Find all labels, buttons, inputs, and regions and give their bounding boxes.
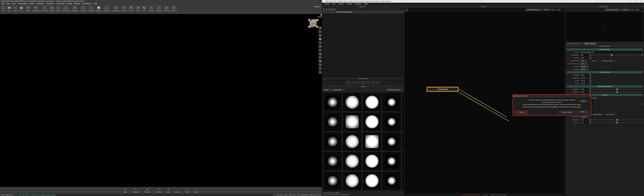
preset-colorspace[interactable]: sRGB (rgbMonitor) <box>386 89 403 91</box>
colorprofile-select[interactable]: linear <box>580 111 588 113</box>
preset-item[interactable] <box>343 152 362 171</box>
section-master[interactable]: Master Settings <box>566 48 643 51</box>
preset-item[interactable] <box>402 132 404 151</box>
handlev-slider[interactable] <box>592 92 643 92</box>
preset-category-1[interactable]: Lights <box>323 89 331 91</box>
browse-icon[interactable]: … <box>641 103 643 105</box>
preset-item[interactable] <box>382 132 401 151</box>
signin-button[interactable]: ▸ Sign In <box>314 6 320 7</box>
tool-texturing[interactable]: ▦Texturing <box>163 6 170 12</box>
close-button[interactable]: ✕ <box>639 0 644 2</box>
menu-create[interactable]: Create <box>337 3 345 5</box>
exposure-icon[interactable]: ☀ <box>552 8 554 11</box>
preset-item[interactable] <box>362 93 381 112</box>
side-tool-2[interactable]: ◎ <box>319 34 322 37</box>
shelf-cameras[interactable]: 📷Cameras <box>156 188 162 193</box>
preset-item[interactable] <box>323 93 342 112</box>
opacity-field[interactable]: 1.000 <box>580 57 588 59</box>
menu-help[interactable]: Help <box>363 3 369 5</box>
canvas-tool-0[interactable]: ↖ <box>405 9 408 12</box>
preset-item[interactable] <box>402 152 404 171</box>
saturation-slider[interactable] <box>592 119 643 120</box>
preset-item[interactable] <box>362 112 381 131</box>
side-tool-5[interactable]: ⊕ <box>319 45 322 48</box>
tool-new[interactable]: ▭New <box>1 6 6 12</box>
side-tool-4[interactable]: + <box>319 41 322 44</box>
tool-region[interactable]: ▦Region <box>50 6 54 12</box>
solo-icon[interactable]: S <box>323 8 325 10</box>
preset-category-2[interactable]: StudioLights <box>332 89 344 91</box>
tool-boundings[interactable]: ▢Boundings <box>80 6 87 12</box>
tool-isolate[interactable]: ◎Isolate <box>56 6 60 12</box>
link-icon[interactable]: 🔗 <box>334 8 336 10</box>
section-ext[interactable]: Transform (Extended) <box>566 85 643 88</box>
tool-ruler[interactable]: 📏Ruler <box>142 6 146 12</box>
side-tool-1[interactable]: ▭ <box>319 30 322 33</box>
vred-viewport[interactable]: ✥▭◎🎨+⊕—▤≡▦⚙❓✕ HOME Front <box>0 14 322 187</box>
minimize-button[interactable]: — <box>629 0 634 2</box>
shelf-curves[interactable]: 〰Curves <box>175 188 180 193</box>
tool-raytracing[interactable]: RTRaytracing <box>32 6 40 12</box>
user-guide-link[interactable]: user guide <box>574 106 580 108</box>
menu-window[interactable]: Window <box>73 2 81 5</box>
tool-save[interactable]: 💾Save <box>19 6 24 12</box>
preset-item[interactable] <box>323 132 342 151</box>
preset-item[interactable] <box>402 112 404 131</box>
preset-item[interactable] <box>402 171 404 190</box>
invert-check[interactable] <box>597 60 598 62</box>
lightlist-item[interactable]: Picture Background <box>322 11 404 13</box>
tool-antialias[interactable]: AAAntialias <box>25 6 31 12</box>
preset-item[interactable] <box>362 132 381 151</box>
lc-btn-7[interactable] <box>376 81 380 84</box>
lc-btn-2[interactable] <box>351 81 355 84</box>
lc-btn-3[interactable] <box>356 81 360 84</box>
render-icon[interactable]: R <box>328 8 330 10</box>
preview-colorspace[interactable]: sRGB (rgbMonitor) <box>604 8 621 11</box>
tool-wireframe[interactable]: ▦Wireframe <box>71 6 78 12</box>
side-tool-12[interactable]: ✕ <box>319 71 322 74</box>
tab-renderview[interactable]: Render View Settings <box>565 42 583 45</box>
menu-interaction[interactable]: Interaction <box>46 2 56 5</box>
side-tool-10[interactable]: ⚙ <box>319 63 322 66</box>
handleu-slider[interactable] <box>592 89 643 90</box>
preset-item[interactable] <box>343 93 362 112</box>
side-tool-9[interactable]: ▦ <box>319 60 322 63</box>
preset-item[interactable] <box>343 132 362 151</box>
convert-button[interactable]: Convert <box>515 111 528 114</box>
preset-item[interactable] <box>382 112 401 131</box>
colormode-select[interactable]: Source <box>580 116 589 118</box>
invertalpha-check[interactable] <box>615 113 616 115</box>
reset-icon[interactable]: ↺ <box>641 54 643 56</box>
preset-item[interactable] <box>343 112 362 131</box>
close-icon[interactable]: ✕ <box>641 5 644 8</box>
light-preview-view[interactable] <box>566 12 643 41</box>
tool-open[interactable]: 📂Open <box>7 6 12 12</box>
height-field[interactable]: 100.00 <box>580 82 588 85</box>
viewcube-front[interactable]: Front <box>310 19 317 28</box>
close-icon[interactable]: ✕ <box>589 95 590 97</box>
preset-item[interactable] <box>362 152 381 171</box>
close-icon[interactable]: ✕ <box>401 5 404 8</box>
unpremult-check[interactable] <box>603 113 605 115</box>
preset-item[interactable] <box>382 152 401 171</box>
menu-help[interactable]: Help <box>92 2 98 5</box>
section-core[interactable]: Transform (Core) <box>566 71 643 73</box>
menu-file[interactable]: File <box>1 2 5 5</box>
saturation-field[interactable]: 1.00 <box>580 119 588 121</box>
lc-btn-1[interactable] <box>346 81 350 84</box>
open-anyway-button[interactable]: Open Anyway <box>558 111 576 114</box>
lc-btn-4[interactable] <box>361 81 365 84</box>
preview-channel[interactable]: RGBA <box>622 8 630 11</box>
coords-select[interactable]: Square <box>580 65 589 68</box>
tool-grid[interactable]: ▦Grid <box>136 6 140 12</box>
shelf-graph[interactable]: 🔗Graph <box>123 188 128 193</box>
canvas-exposure[interactable]: 1.0000 <box>555 8 564 11</box>
preset-item[interactable] <box>323 152 342 171</box>
menu-scene[interactable]: Scene <box>29 2 36 5</box>
side-tool-7[interactable]: ▤ <box>319 52 322 55</box>
gamma-slider[interactable] <box>592 122 643 123</box>
preset-item[interactable] <box>382 93 401 112</box>
side-tool-8[interactable]: ≡ <box>319 56 322 59</box>
tool-import[interactable]: ⇩Import <box>13 6 18 12</box>
latitude-field[interactable]: 0.000 <box>580 74 588 76</box>
